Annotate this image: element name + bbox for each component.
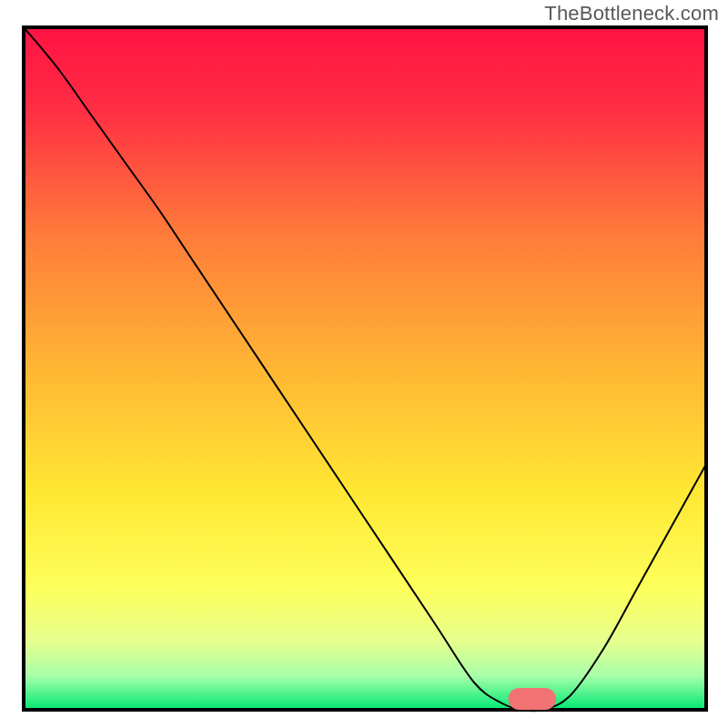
chart-background-gradient <box>24 27 706 710</box>
watermark-text: TheBottleneck.com <box>544 2 719 25</box>
chart-svg <box>21 25 709 713</box>
optimal-marker <box>509 688 557 710</box>
chart-container: TheBottleneck.com <box>0 0 728 728</box>
chart-plot-area <box>21 25 709 713</box>
